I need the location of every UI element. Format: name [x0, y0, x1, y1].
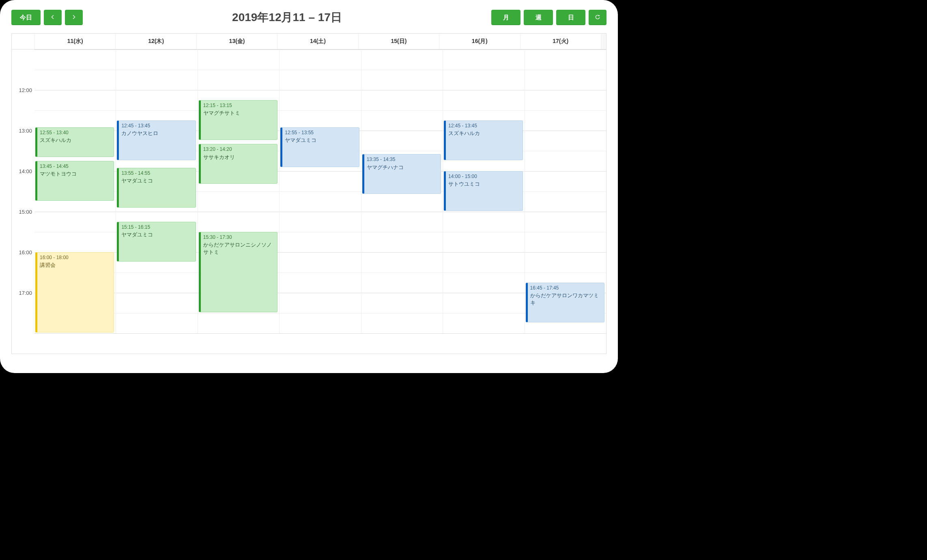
calendar-event[interactable]: 12:55 - 13:55ヤマダユミコ [280, 127, 359, 167]
calendar-event[interactable]: 13:45 - 14:45マツモトヨウコ [35, 161, 114, 201]
event-time: 16:00 - 18:00 [40, 254, 111, 261]
day-column[interactable]: 12:55 - 13:40スズキハルカ13:45 - 14:45マツモトヨウコ1… [34, 49, 116, 333]
day-header[interactable]: 11(水) [35, 34, 116, 49]
refresh-button[interactable] [589, 10, 607, 25]
event-title: ヤマダユミコ [285, 137, 356, 144]
event-title: スズキハルカ [448, 130, 520, 137]
event-time: 12:55 - 13:55 [285, 129, 356, 136]
time-label: 16:00 [12, 249, 34, 255]
toolbar-left: 今日 [11, 10, 83, 25]
time-axis: 12:0013:0014:0015:0016:0017:00 [12, 49, 34, 333]
event-title: マツモトヨウコ [40, 170, 111, 178]
day-column[interactable]: 13:35 - 14:35ヤマグチハナコ [361, 49, 443, 333]
calendar-event[interactable]: 13:20 - 14:20ササキカオリ [199, 144, 277, 184]
event-title: からだケアサロンニシノソノサトミ [203, 241, 275, 255]
calendar-event[interactable]: 12:55 - 13:40スズキハルカ [35, 127, 114, 157]
date-range-title: 2019年12月11 – 17日 [83, 10, 491, 25]
event-time: 12:55 - 13:40 [40, 129, 111, 136]
time-label: 17:00 [12, 290, 34, 296]
day-header[interactable]: 15(日) [359, 34, 439, 49]
toolbar: 今日 2019年12月11 – 17日 月 週 日 [11, 10, 607, 25]
calendar-scroll[interactable]: 12:0013:0014:0015:0016:0017:00 12:55 - 1… [12, 49, 606, 354]
view-month-button[interactable]: 月 [491, 10, 520, 25]
event-title: ヤマグチハナコ [367, 164, 438, 171]
event-title: ヤマダユミコ [121, 231, 193, 238]
calendar-event[interactable]: 13:55 - 14:55ヤマダユミコ [117, 168, 196, 208]
calendar-event[interactable]: 12:45 - 13:45スズキハルカ [444, 120, 523, 160]
event-time: 13:35 - 14:35 [367, 156, 438, 163]
scrollbar-spacer [601, 34, 606, 49]
day-header[interactable]: 14(土) [277, 34, 358, 49]
time-label: 15:00 [12, 209, 34, 215]
event-title: ヤマグチサトミ [203, 109, 275, 117]
calendar-header: 11(水) 12(木) 13(金) 14(土) 15(日) 16(月) 17(火… [12, 34, 606, 49]
refresh-icon [594, 14, 601, 21]
event-title: ササキカオリ [203, 154, 275, 161]
calendar-body-wrap: 12:0013:0014:0015:0016:0017:00 12:55 - 1… [12, 49, 606, 354]
event-time: 13:55 - 14:55 [121, 170, 193, 176]
axis-spacer [12, 34, 35, 49]
event-title: 講習会 [40, 262, 111, 269]
event-time: 12:15 - 13:15 [203, 102, 275, 109]
day-column[interactable]: 12:15 - 13:15ヤマグチサトミ13:20 - 14:20ササキカオリ1… [198, 49, 280, 333]
event-title: スズキハルカ [40, 137, 111, 144]
calendar-event[interactable]: 12:45 - 13:45カノウヤスヒロ [117, 120, 196, 160]
chevron-left-icon [49, 14, 56, 21]
day-column[interactable]: 12:45 - 13:45カノウヤスヒロ13:55 - 14:55ヤマダユミコ1… [116, 49, 198, 333]
grid-line [34, 333, 606, 334]
calendar-event[interactable]: 12:15 - 13:15ヤマグチサトミ [199, 100, 277, 140]
calendar-event[interactable]: 14:00 - 15:00サトウユミコ [444, 171, 523, 211]
event-time: 12:45 - 13:45 [121, 122, 193, 129]
day-header[interactable]: 12(木) [116, 34, 196, 49]
day-header[interactable]: 16(月) [439, 34, 520, 49]
calendar-event[interactable]: 15:30 - 17:30からだケアサロンニシノソノサトミ [199, 232, 277, 312]
day-column[interactable]: 12:55 - 13:55ヤマダユミコ [280, 49, 361, 333]
calendar: 11(水) 12(木) 13(金) 14(土) 15(日) 16(月) 17(火… [11, 33, 607, 354]
day-header[interactable]: 17(火) [520, 34, 601, 49]
event-title: サトウユミコ [448, 180, 520, 188]
calendar-event[interactable]: 15:15 - 16:15ヤマダユミコ [117, 222, 196, 262]
time-label: 14:00 [12, 168, 34, 174]
prev-button[interactable] [44, 10, 62, 25]
event-time: 16:45 - 17:45 [530, 285, 602, 291]
event-time: 15:15 - 16:15 [121, 224, 193, 230]
event-title: からだケアサロンワカマツミキ [530, 292, 602, 306]
view-week-button[interactable]: 週 [524, 10, 553, 25]
event-title: ヤマダユミコ [121, 177, 193, 185]
day-column[interactable]: 12:45 - 13:45スズキハルカ14:00 - 15:00サトウユミコ [443, 49, 525, 333]
calendar-event[interactable]: 16:45 - 17:45からだケアサロンワカマツミキ [526, 283, 604, 322]
next-button[interactable] [65, 10, 83, 25]
event-time: 14:00 - 15:00 [448, 173, 520, 180]
toolbar-right: 月 週 日 [491, 10, 607, 25]
event-time: 12:45 - 13:45 [448, 122, 520, 129]
event-time: 13:20 - 14:20 [203, 146, 275, 152]
calendar-body: 12:0013:0014:0015:0016:0017:00 12:55 - 1… [12, 49, 606, 354]
event-time: 15:30 - 17:30 [203, 234, 275, 240]
day-header[interactable]: 13(金) [197, 34, 277, 49]
time-label: 13:00 [12, 128, 34, 134]
calendar-event[interactable]: 16:00 - 18:00講習会 [35, 252, 114, 333]
event-title: カノウヤスヒロ [121, 130, 193, 137]
view-day-button[interactable]: 日 [556, 10, 585, 25]
chevron-right-icon [71, 14, 77, 21]
calendar-app: 今日 2019年12月11 – 17日 月 週 日 [0, 0, 618, 373]
day-columns: 12:55 - 13:40スズキハルカ13:45 - 14:45マツモトヨウコ1… [34, 49, 606, 333]
calendar-event[interactable]: 13:35 - 14:35ヤマグチハナコ [362, 154, 441, 194]
day-column[interactable]: 16:45 - 17:45からだケアサロンワカマツミキ [525, 49, 606, 333]
event-time: 13:45 - 14:45 [40, 163, 111, 170]
today-button[interactable]: 今日 [11, 10, 41, 25]
time-label: 12:00 [12, 87, 34, 93]
